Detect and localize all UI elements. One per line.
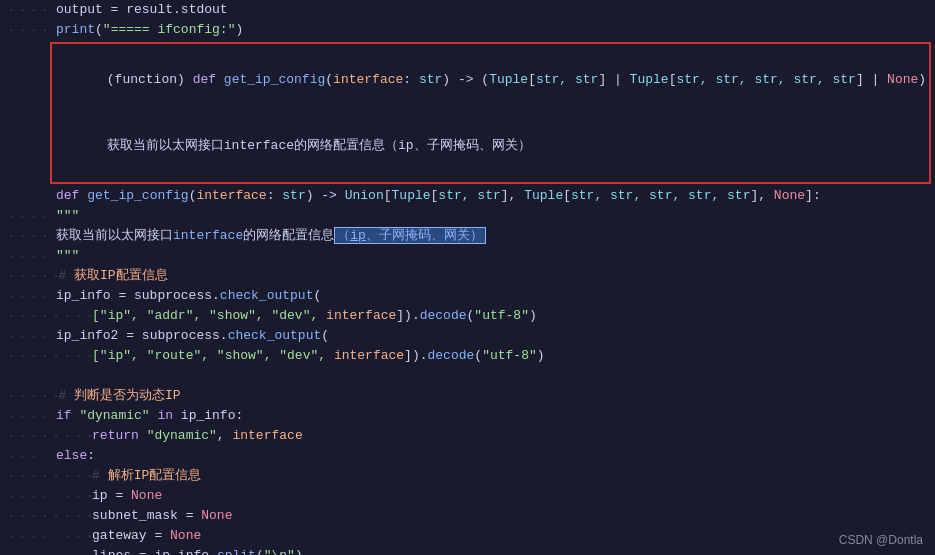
docstring-highlight-box: (function) def get_ip_config(interface: …: [50, 42, 931, 184]
line-comment-parse: · · · · · · · · # 解析IP配置信息: [0, 466, 935, 486]
code-editor: · · · · output = result.stdout · · · · p…: [0, 0, 935, 555]
line-ipinfo2: · · · · ip_info2 = subprocess.check_outp…: [0, 326, 935, 346]
line-comment-ip: · · · · · # 获取IP配置信息: [0, 266, 935, 286]
line-gateway-none: · · · · · · · · gateway = None: [0, 526, 935, 546]
line-docopen: · · · · """: [0, 206, 935, 226]
line-ipinfo2-args: · · · · · · · · ["ip", "route", "show", …: [0, 346, 935, 366]
line-else: · · · else:: [0, 446, 935, 466]
line-blank1: [0, 366, 935, 386]
line-ipinfo-args: · · · · · · · · ["ip", "addr", "show", "…: [0, 306, 935, 326]
line-def: def get_ip_config(interface: str) -> Uni…: [0, 186, 935, 206]
line-subnet-none: · · · · · · · · subnet_mask = None: [0, 506, 935, 526]
line-output: · · · · output = result.stdout: [0, 0, 935, 20]
line-lines-split: · · · · · · · · lines = ip_info.split("\…: [0, 546, 935, 555]
line-docclose: · · · · """: [0, 246, 935, 266]
line-ipinfo: · · · · ip_info = subprocess.check_outpu…: [0, 286, 935, 306]
line-comment-dynamic: · · · · · # 判断是否为动态IP: [0, 386, 935, 406]
watermark: CSDN @Dontla: [839, 533, 923, 547]
line-if-dynamic: · · · · if "dynamic" in ip_info:: [0, 406, 935, 426]
line-return-dynamic: · · · · · · · · return "dynamic", interf…: [0, 426, 935, 446]
line-doctext: · · · · 获取当前以太网接口interface的网络配置信息（ip、子网掩…: [0, 226, 935, 246]
line-print: · · · · print("===== ifconfig:"): [0, 20, 935, 40]
line-ip-none: · · · · · · · · ip = None: [0, 486, 935, 506]
